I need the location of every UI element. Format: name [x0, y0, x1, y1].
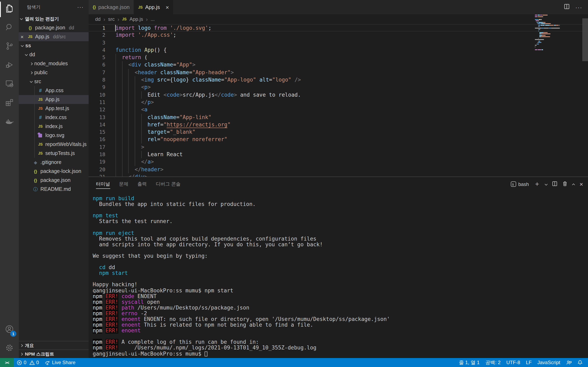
remote-indicator[interactable]: ><	[0, 358, 14, 367]
split-terminal-icon[interactable]	[552, 180, 557, 188]
breadcrumb-separator: ›	[104, 16, 105, 22]
panel-tab-디버그 콘솔[interactable]: 디버그 콘솔	[156, 177, 181, 191]
tree-item-src[interactable]: src	[19, 77, 89, 86]
shell-selector[interactable]: $ bash	[511, 181, 529, 187]
open-editor-item[interactable]: ×JSApp.jsdd/src	[19, 32, 89, 41]
error-icon	[17, 360, 22, 365]
editor-scrollbar[interactable]	[582, 18, 588, 61]
code-line[interactable]: 9<p>	[89, 84, 588, 91]
code-line[interactable]: 21</div>	[89, 173, 588, 176]
terminal-line: Happy hacking!	[93, 282, 588, 288]
indent-guide	[34, 140, 35, 149]
code-line[interactable]: 2import './App.css';	[89, 32, 588, 39]
code-line[interactable]: 5return (	[89, 54, 588, 61]
code-line[interactable]: 19</a>	[89, 158, 588, 166]
code-line[interactable]: 10Edit <code>src/App.js</code> and save …	[89, 91, 588, 99]
terminal-line: npm ERR! enoent This is related to npm n…	[93, 322, 588, 328]
new-terminal-icon[interactable]: ＋	[534, 180, 540, 188]
panel-tab-문제[interactable]: 문제	[119, 177, 129, 191]
code-line[interactable]: 16rel="noopener noreferrer"	[89, 136, 588, 143]
line-number: 1	[89, 25, 107, 31]
code-line[interactable]: 12<a	[89, 106, 588, 114]
terminal-output[interactable]: npm run build Bundles the app into stati…	[89, 191, 588, 358]
code-line[interactable]: 20</header>	[89, 166, 588, 173]
line-number: 12	[89, 106, 107, 114]
tab-App.js[interactable]: JSApp.js×	[134, 0, 173, 14]
status-item-UTF-8[interactable]: UTF-8	[503, 358, 523, 367]
minimap[interactable]	[535, 15, 582, 51]
tree-item-App.js[interactable]: JSApp.js	[19, 95, 89, 104]
tree-item-label: README.md	[40, 186, 71, 192]
tree-item-ss[interactable]: ss	[19, 41, 89, 50]
tree-item-index.js[interactable]: JSindex.js	[19, 122, 89, 131]
indent-guide	[34, 95, 35, 104]
problems-status[interactable]: 0 0	[14, 358, 42, 367]
code-line[interactable]: 15target="_blank"	[89, 128, 588, 136]
activity-item-run-debug[interactable]	[0, 56, 19, 75]
live-share-button[interactable]: Live Share	[42, 358, 78, 367]
open-editor-item[interactable]: {}package.jsondd	[19, 23, 89, 32]
code-line[interactable]: 8<img src={logo} className="App-logo" al…	[89, 76, 588, 84]
maximize-panel-icon[interactable]	[572, 183, 575, 186]
editor-more-actions-icon[interactable]: ···	[575, 4, 582, 10]
code-line[interactable]: 6<div className="App">	[89, 61, 588, 69]
code-line[interactable]: 11</p>	[89, 99, 588, 106]
close-tab-icon[interactable]: ×	[165, 4, 169, 10]
activity-item-search[interactable]	[0, 19, 19, 38]
js-file-icon: JS	[138, 5, 143, 9]
split-editor-icon[interactable]	[564, 3, 570, 11]
sidebar-section-개요[interactable]: 개요	[19, 341, 89, 350]
panel-tab-터미널[interactable]: 터미널	[96, 177, 110, 191]
tree-item-App.test.js[interactable]: JSApp.test.js	[19, 104, 89, 113]
tree-item-dd[interactable]: dd	[19, 50, 89, 59]
activity-item-remote-explorer[interactable]	[0, 75, 19, 94]
breadcrumb[interactable]: dd›src›JSApp.js›...	[89, 14, 588, 24]
activity-item-extensions[interactable]	[0, 94, 19, 113]
kill-terminal-icon[interactable]	[562, 180, 568, 188]
panel-tab-출력[interactable]: 출력	[138, 177, 147, 191]
code-line[interactable]: 1import logo from './logo.svg';	[89, 24, 588, 32]
code-line[interactable]: 4function App() {	[89, 47, 588, 54]
tab-package.json[interactable]: {}package.json	[89, 0, 134, 14]
activity-item-accounts[interactable]: 1	[0, 320, 19, 339]
feedback-button[interactable]	[563, 358, 575, 367]
tree-item-index.css[interactable]: #index.css	[19, 113, 89, 122]
breadcrumb-item[interactable]: ...	[151, 16, 155, 22]
activity-item-explorer[interactable]	[0, 0, 19, 19]
tree-item-package.json[interactable]: {}package.json	[19, 176, 89, 185]
breadcrumb-item[interactable]: App.js	[130, 16, 143, 22]
close-panel-icon[interactable]: ×	[579, 181, 583, 188]
tree-item-logo.svg[interactable]: logo.svg	[19, 131, 89, 140]
indent-guide	[34, 113, 35, 122]
code-line[interactable]: 13className="App-link"	[89, 114, 588, 121]
tree-item-README.md[interactable]: ⓘREADME.md	[19, 185, 89, 194]
terminal-dropdown-icon[interactable]	[545, 183, 548, 185]
tree-item-.gitignore[interactable]: ◆.gitignore	[19, 158, 89, 167]
status-item-줄-1-열-1[interactable]: 줄 1, 열 1	[456, 358, 483, 367]
code-line[interactable]: 14href="https://reactjs.org"	[89, 121, 588, 129]
breadcrumb-item[interactable]: src	[108, 16, 114, 22]
tree-item-node_modules[interactable]: node_modules	[19, 59, 89, 68]
breadcrumb-item[interactable]: dd	[95, 16, 101, 22]
activity-item-docker[interactable]	[0, 113, 19, 131]
status-item-LF[interactable]: LF	[523, 358, 535, 367]
tree-item-reportWebVitals.js[interactable]: JSreportWebVitals.js	[19, 140, 89, 149]
code-line[interactable]: 3	[89, 39, 588, 47]
tree-item-public[interactable]: public	[19, 68, 89, 77]
code-editor[interactable]: dd›src›JSApp.js›... 1import logo from '.…	[89, 14, 588, 176]
status-item-공백-2[interactable]: 공백: 2	[483, 358, 503, 367]
tree-item-App.css[interactable]: #App.css	[19, 86, 89, 95]
sidebar-more-actions-icon[interactable]: ···	[77, 4, 84, 10]
status-item-JavaScript[interactable]: JavaScript	[535, 358, 563, 367]
notifications-button[interactable]	[575, 358, 586, 367]
close-editor-icon[interactable]: ×	[19, 34, 25, 40]
code-line[interactable]: 7<header className="App-header">	[89, 69, 588, 76]
tree-item-setupTests.js[interactable]: JSsetupTests.js	[19, 149, 89, 158]
code-line[interactable]: 17>	[89, 143, 588, 151]
activity-item-settings[interactable]	[0, 339, 19, 358]
tree-item-package-lock.json[interactable]: {}package-lock.json	[19, 167, 89, 176]
activity-item-source-control[interactable]	[0, 38, 19, 56]
sidebar-section-NPM 스크립트[interactable]: NPM 스크립트	[19, 350, 89, 358]
open-editors-header[interactable]: 열려 있는 편집기	[19, 14, 89, 23]
code-line[interactable]: 18Learn React	[89, 151, 588, 158]
